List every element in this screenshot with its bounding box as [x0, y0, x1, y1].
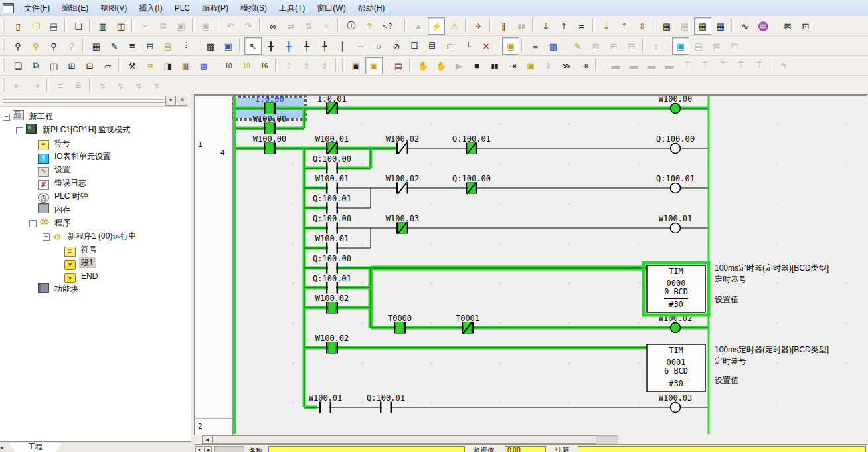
show-sma-button[interactable]: ▩: [202, 37, 219, 55]
new-instruction-button[interactable]: 日: [406, 37, 423, 55]
window-1-button[interactable]: ⊞: [63, 57, 80, 74]
menu-t[interactable]: 工具(T): [273, 1, 311, 15]
transfer-from-plc-button[interactable]: ⇑: [555, 17, 572, 35]
watch-name-field[interactable]: [268, 446, 465, 452]
io-comment-button[interactable]: ≋: [141, 57, 159, 74]
scroll-thumb[interactable]: [213, 435, 596, 444]
array-view-button[interactable]: ▩: [545, 37, 562, 55]
sim-window-button[interactable]: ▣: [365, 57, 383, 74]
select-tool-button[interactable]: ↖: [244, 37, 262, 55]
watch-prev-button[interactable]: ◀: [204, 446, 212, 452]
sim-stop-button[interactable]: ■: [468, 57, 485, 74]
window-tile-button[interactable]: ⧉: [27, 57, 44, 74]
vertical-line-button[interactable]: │: [334, 37, 351, 55]
tree-item-1[interactable]: −新PLC1[CP1H] 监视模式: [0, 123, 191, 136]
timer-block-0001[interactable]: TIM00016 BCD#30: [647, 344, 705, 392]
print-button[interactable]: ▥: [94, 17, 112, 35]
panel-options-button[interactable]: ▾: [165, 96, 176, 106]
menu-h[interactable]: 帮助(H): [352, 1, 391, 15]
sim-exit-button[interactable]: ▤: [390, 57, 407, 74]
new-block-button[interactable]: ⊏: [442, 37, 459, 55]
sim-online-button[interactable]: ▣: [347, 57, 365, 74]
new-instruction-box-button[interactable]: 目: [424, 37, 441, 55]
menu-w[interactable]: 窗口(W): [311, 1, 351, 15]
help-button[interactable]: ?: [361, 17, 378, 35]
tree-item-11[interactable]: 段1: [0, 256, 191, 269]
tree-item-7[interactable]: 内存: [0, 203, 191, 216]
grid-toggle-button[interactable]: ▦: [88, 37, 105, 55]
watch-collapse-button[interactable]: ▼: [195, 446, 203, 452]
toolbar-handle[interactable]: [2, 78, 5, 92]
compare-with-plc-button[interactable]: ≍: [573, 17, 590, 35]
open-button[interactable]: ❐: [27, 17, 44, 35]
stack-view-button[interactable]: ≡: [527, 37, 544, 55]
zoom-custom-button[interactable]: ⚲: [27, 37, 44, 55]
tree-item-3[interactable]: IO表和单元设置: [0, 150, 191, 163]
sim-pause-button[interactable]: ▮▮: [486, 57, 503, 74]
find-in-project-button[interactable]: ❏: [70, 17, 87, 35]
release-protect-button[interactable]: ⊡: [797, 17, 814, 35]
watch-comment-field[interactable]: [578, 446, 866, 452]
set-protect-button[interactable]: ⊠: [779, 17, 796, 35]
window-arrange-button[interactable]: ◫: [45, 57, 62, 74]
tree-expand-box[interactable]: −: [3, 114, 10, 121]
hc-monitor-button[interactable]: ▣: [672, 37, 689, 55]
address-list-button[interactable]: ▥: [177, 57, 195, 74]
partial-compare-button[interactable]: ⇕: [634, 17, 651, 35]
partial-transfer-up-button[interactable]: ⇡: [616, 17, 633, 35]
transfer-to-plc-button[interactable]: ⇓: [537, 17, 555, 35]
diagnose-button[interactable]: ⚒: [124, 57, 141, 74]
menu-v[interactable]: 视图(V): [94, 1, 133, 15]
horizontal-line-button[interactable]: ─: [352, 37, 369, 55]
tree-item-4[interactable]: 设置: [0, 163, 191, 176]
timer-block-0000[interactable]: TIM00000 BCD#30: [644, 263, 709, 315]
context-help-button[interactable]: ↖?: [379, 17, 396, 35]
window-cascade-button[interactable]: ❏: [9, 57, 27, 74]
cross-ref-button[interactable]: ◨: [159, 57, 177, 74]
tree-item-9[interactable]: −新程序1 (00)运行中: [0, 229, 191, 243]
project-tab[interactable]: 工程: [8, 443, 62, 452]
monitor-in-rung-button[interactable]: ⊟: [141, 37, 159, 55]
tree-item-5[interactable]: 错误日志: [0, 176, 191, 189]
menu-i[interactable]: 插入(I): [133, 1, 168, 15]
partial-transfer-down-button[interactable]: ⇣: [598, 17, 615, 35]
delete-line-button[interactable]: ✕: [477, 37, 495, 55]
monitor-decimal-button[interactable]: 10: [220, 57, 237, 74]
new-coil-nc-button[interactable]: ⊘: [388, 37, 405, 55]
zoom-in-button[interactable]: ⚲: [45, 37, 62, 55]
monitor-signed-button[interactable]: 10: [238, 57, 255, 74]
plc-verify-button[interactable]: ▣: [502, 37, 519, 55]
show-comment-ci-button[interactable]: ▣: [220, 37, 237, 55]
comment-box-button[interactable]: ✎: [106, 37, 123, 55]
sim-continuous-button[interactable]: ≫: [558, 57, 575, 74]
address-reference-button[interactable]: ⁝: [648, 37, 665, 55]
data-trace-button[interactable]: ∿: [737, 17, 754, 35]
menu-e[interactable]: 编辑(E): [56, 1, 94, 15]
scroll-left-button[interactable]: ◀: [202, 435, 213, 444]
line-corner-button[interactable]: └: [460, 37, 477, 55]
work-online-button[interactable]: ⚡: [428, 17, 445, 35]
toolbar-handle[interactable]: [2, 19, 5, 32]
tree-item-6[interactable]: PLC 时钟: [0, 189, 191, 203]
menu-p[interactable]: 编程(P): [196, 1, 234, 15]
sim-to-cursor-button[interactable]: ⇥: [576, 57, 593, 74]
window-2-button[interactable]: ⊟: [81, 57, 98, 74]
find-button[interactable]: ∞: [264, 17, 282, 35]
local-symbol-tree-button[interactable]: ⫶: [177, 37, 195, 55]
panel-grab-handle[interactable]: [3, 97, 164, 100]
tree-expand-box[interactable]: −: [16, 127, 23, 134]
drag-mode-button[interactable]: ✋: [414, 57, 432, 74]
tree-item-8[interactable]: −程序: [0, 216, 191, 229]
new-or-contact-button[interactable]: ╀: [298, 37, 315, 55]
ladder-canvas[interactable]: I:0.00I:0.01W100.00W100.00W100.01W100.02…: [195, 95, 867, 435]
auto-online-button[interactable]: ✈: [470, 17, 487, 35]
new-contact-button[interactable]: ╂: [262, 37, 280, 55]
new-coil-button[interactable]: ○: [370, 37, 387, 55]
rung-wrap-button[interactable]: ≣: [124, 37, 141, 55]
monitor-hex-button[interactable]: 16: [256, 57, 273, 74]
properties-button[interactable]: ⓘ: [343, 17, 360, 35]
panel-close-button[interactable]: ✕: [177, 96, 187, 106]
watch-value-field[interactable]: 0.00: [505, 446, 546, 452]
new-contact-nc-button[interactable]: ╫: [280, 37, 298, 55]
menu-s[interactable]: 模拟(S): [234, 1, 273, 15]
